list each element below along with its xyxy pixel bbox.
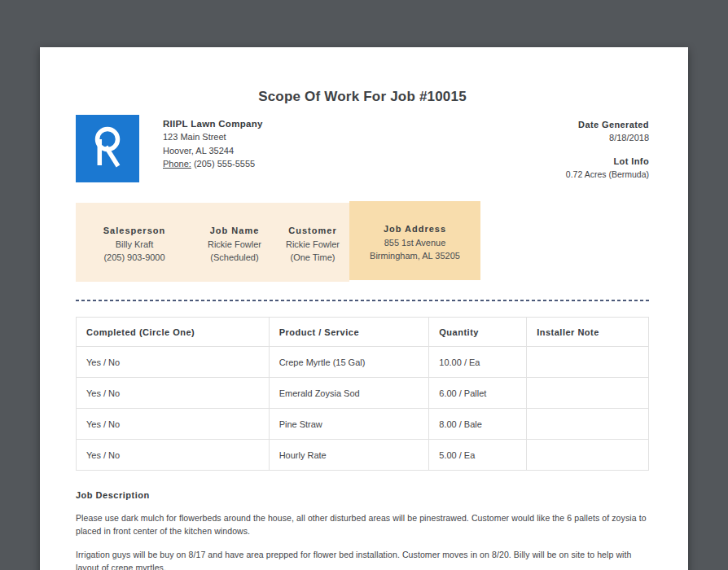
- customer-type: (One Time): [276, 251, 349, 265]
- cell-completed: Yes / No: [77, 347, 270, 378]
- phone-label: Phone:: [163, 159, 191, 169]
- customer-column: Customer Rickie Fowler (One Time): [276, 203, 349, 282]
- table-row: Yes / No Hourly Rate 5.00 / Ea: [77, 440, 649, 471]
- cell-product: Hourly Rate: [269, 440, 429, 471]
- document-header: RIIPL Lawn Company 123 Main Street Hoove…: [76, 115, 649, 182]
- cell-installer-note: [527, 347, 649, 378]
- cell-quantity: 10.00 / Ea: [429, 347, 527, 378]
- document-preview-backdrop: Scope Of Work For Job #10015 RIIPL Lawn …: [0, 0, 728, 570]
- customer-name: Rickie Fowler: [276, 238, 349, 252]
- job-name-value: Rickie Fowler: [193, 238, 276, 252]
- company-address-line2: Hoover, AL 35244: [163, 144, 263, 157]
- meta-spacer: [566, 145, 649, 155]
- table-row: Yes / No Crepe Myrtle (15 Gal) 10.00 / E…: [77, 347, 649, 378]
- header-quantity: Quantity: [429, 318, 527, 347]
- job-info-band: Salesperson Billy Kraft (205) 903-9000 J…: [76, 201, 649, 282]
- job-address-column: Job Address 855 1st Avenue Birmingham, A…: [349, 201, 480, 280]
- cell-quantity: 6.00 / Pallet: [429, 378, 527, 409]
- meta-block: Date Generated 8/18/2018 Lot Info 0.72 A…: [566, 115, 649, 181]
- date-generated-label: Date Generated: [566, 118, 649, 131]
- table-head: Completed (Circle One) Product / Service…: [77, 318, 649, 347]
- date-generated-value: 8/18/2018: [566, 131, 649, 144]
- cell-quantity: 8.00 / Bale: [429, 409, 527, 440]
- job-description-paragraph-2: Irrigation guys will be buy on 8/17 and …: [76, 549, 649, 570]
- job-info-band-light: Salesperson Billy Kraft (205) 903-9000 J…: [76, 203, 349, 282]
- page-title: Scope Of Work For Job #10015: [76, 87, 649, 106]
- cell-product: Crepe Myrtle (15 Gal): [269, 347, 429, 378]
- job-name-status: (Scheduled): [193, 251, 276, 265]
- cell-completed: Yes / No: [77, 378, 270, 409]
- job-address-label: Job Address: [349, 222, 480, 236]
- phone-value: (205) 555-5555: [194, 159, 255, 169]
- cell-product: Emerald Zoysia Sod: [269, 378, 429, 409]
- table-body: Yes / No Crepe Myrtle (15 Gal) 10.00 / E…: [77, 347, 649, 471]
- table-row: Yes / No Pine Straw 8.00 / Bale: [77, 409, 649, 440]
- company-block: RIIPL Lawn Company 123 Main Street Hoove…: [76, 115, 263, 182]
- header-product-service: Product / Service: [269, 318, 429, 347]
- salesperson-name: Billy Kraft: [76, 238, 193, 252]
- cell-product: Pine Straw: [269, 409, 429, 440]
- salesperson-phone: (205) 903-9000: [76, 251, 193, 265]
- job-description-paragraph-1: Please use dark mulch for flowerbeds aro…: [76, 512, 649, 537]
- lot-info-label: Lot Info: [566, 155, 649, 168]
- document-page: Scope Of Work For Job #10015 RIIPL Lawn …: [40, 47, 688, 570]
- work-items-table: Completed (Circle One) Product / Service…: [76, 317, 649, 471]
- cell-quantity: 5.00 / Ea: [429, 440, 527, 471]
- cell-installer-note: [527, 378, 649, 409]
- cell-completed: Yes / No: [77, 409, 270, 440]
- company-info: RIIPL Lawn Company 123 Main Street Hoove…: [163, 115, 263, 170]
- company-logo-r-icon: [90, 126, 125, 172]
- table-row: Yes / No Emerald Zoysia Sod 6.00 / Palle…: [77, 378, 649, 409]
- header-completed: Completed (Circle One): [77, 318, 270, 347]
- company-phone: Phone: (205) 555-5555: [163, 157, 263, 170]
- job-address-line1: 855 1st Avenue: [349, 236, 480, 250]
- lot-info-value: 0.72 Acres (Bermuda): [566, 168, 649, 181]
- cell-completed: Yes / No: [77, 440, 270, 471]
- company-name: RIIPL Lawn Company: [163, 117, 263, 130]
- salesperson-column: Salesperson Billy Kraft (205) 903-9000: [76, 203, 193, 282]
- customer-label: Customer: [276, 224, 349, 238]
- job-address-line2: Birmingham, AL 35205: [349, 249, 480, 263]
- header-installer-note: Installer Note: [527, 318, 649, 347]
- table-header-row: Completed (Circle One) Product / Service…: [77, 318, 649, 347]
- cell-installer-note: [527, 409, 649, 440]
- dashed-divider: [76, 300, 649, 301]
- company-address-line1: 123 Main Street: [163, 130, 263, 143]
- cell-installer-note: [527, 440, 649, 471]
- job-description-heading: Job Description: [76, 490, 649, 500]
- company-logo: [76, 115, 139, 182]
- job-name-label: Job Name: [193, 224, 276, 238]
- salesperson-label: Salesperson: [76, 224, 193, 238]
- job-name-column: Job Name Rickie Fowler (Scheduled): [193, 203, 276, 282]
